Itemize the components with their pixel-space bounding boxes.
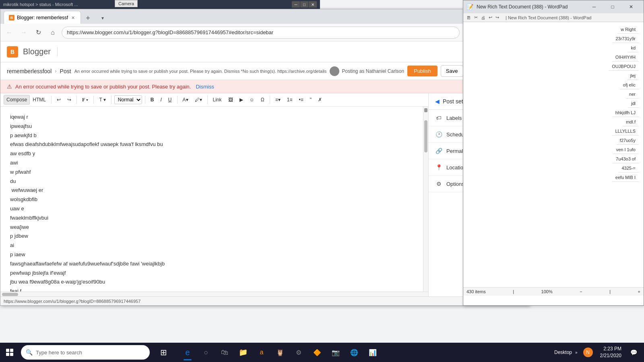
zoom-level: 100% [541,289,553,294]
content-line: wolsgkdbfib [10,195,413,204]
location-icon: 📍 [435,164,442,171]
publish-button[interactable]: Publish [407,66,438,76]
notification-button[interactable]: 💬 [626,345,641,360]
refresh-button[interactable]: ↻ [33,27,44,38]
tab-favicon: B [9,15,14,21]
separator-3 [93,96,94,104]
mikrotik-controls[interactable]: ─ □ ✕ [292,1,317,8]
tab-title: Blogger: rememberlessf [17,15,68,21]
camera-app-button[interactable]: 📷 [327,343,345,361]
special-char-button[interactable]: Ω [258,95,267,104]
back-button[interactable]: ← [4,27,15,38]
folder-app-button[interactable]: 📁 [234,343,252,361]
forward-button[interactable]: → [18,27,29,38]
content-line: fawsghaeaffawfaefefw af waefufu9wuefwauf… [10,260,413,268]
emoji-button[interactable]: ☺ [247,95,257,104]
taskbar-search[interactable]: 🔍 Type here to search [21,345,150,360]
dismiss-link[interactable]: Dismiss [196,84,214,90]
ul-button[interactable]: •≡ [297,95,306,104]
mikrotik-close[interactable]: ✕ [309,1,317,8]
home-button[interactable]: ⌂ [47,27,58,38]
wordpad-minimize[interactable]: ─ [585,0,603,13]
right-col-item: ofj elic [620,81,639,89]
posting-avatar [330,66,339,76]
undo-button[interactable]: ↩ [54,95,63,104]
address-bar: ← → ↻ ⌂ 📖 ★ ☆ ↗ ⋯ [0,24,529,41]
edge-app-button[interactable]: e [179,343,196,361]
app9-button[interactable]: 🌐 [345,343,363,361]
tab-close[interactable]: × [70,14,75,22]
mikrotik-minimize[interactable]: ─ [292,1,300,8]
url-input[interactable] [62,27,460,39]
cortana-app-button[interactable]: ○ [197,343,215,361]
content-line: wea[iwe [10,223,413,232]
save-button[interactable]: Save [441,65,463,77]
notification-manager-icon[interactable]: N [581,345,595,360]
right-col-item: OUJBPOUJ [609,62,639,71]
highlight-button[interactable]: 🖊▾ [192,95,204,104]
editor-content[interactable]: iqewaj r ipweajfsu p aewkjfd b efwas die… [0,107,423,292]
wordpad-window: 📝 New Rich Text Document (388) - WordPad… [463,0,644,306]
cortana-icon: ○ [204,348,208,357]
content-line: feai f [10,287,413,292]
wordpad-maximize[interactable]: □ [603,0,622,13]
desktop-arrow: » [575,350,578,355]
content-line: uaw e [10,205,413,213]
scrollbar-thumb[interactable] [424,120,427,152]
image-button[interactable]: 🖼 [226,95,235,104]
clear-format-button[interactable]: ✗ [316,95,324,104]
separator-2 [76,96,77,104]
align-button[interactable]: ≡▾ [273,95,283,104]
html-button[interactable]: HTML [30,95,48,104]
editor-scrollbar[interactable] [423,107,428,292]
content-line: p iaew [10,251,413,259]
camera-app-icon: 📷 [332,349,340,356]
post-type: Post [60,68,71,74]
taskbar-items: ⊞ [155,343,172,361]
compose-button[interactable]: Compose [4,95,30,105]
labels-label: Labels [446,115,462,121]
h-scrollbar[interactable] [0,292,428,296]
start-icon [6,349,13,356]
font-color-button[interactable]: A▾ [180,95,191,104]
content-line: iqewaj r [10,113,413,121]
task-view-button[interactable]: ⊞ [155,343,172,361]
app10-button[interactable]: 📊 [364,343,382,361]
items-count: 430 items [466,289,486,294]
video-button[interactable]: ▶ [237,95,246,104]
underline-button[interactable]: U [166,95,174,104]
permalink-icon: 🔗 [435,148,442,154]
ol-button[interactable]: 1≡ [285,95,295,104]
new-tab-button[interactable]: + [83,12,94,24]
right-col-item: LLLYLLLS [612,127,639,136]
tab-blogger[interactable]: B Blogger: rememberlessf × [4,11,81,24]
mikrotik-titlebar: mikrotik hotspot > status - Microsoft ..… [0,0,320,9]
tripadvisor-app-button[interactable]: 🦉 [271,343,289,361]
wordpad-close[interactable]: ✕ [622,0,640,13]
font-button[interactable]: 𝐅 ▾ [80,95,91,104]
mikrotik-restore[interactable]: □ [300,1,308,8]
content-line: ipweajfsu [10,122,413,131]
paragraph-style-select[interactable]: Normal [114,95,142,104]
redo-button[interactable]: ↪ [65,95,74,104]
italic-button[interactable]: I [158,95,164,104]
content-line: ai [10,241,413,250]
vlc-app-button[interactable]: 🔶 [308,343,326,361]
app7-button[interactable]: ⚙ [290,343,308,361]
amazon-app-button[interactable]: a [253,343,270,361]
store-app-button[interactable]: 🛍 [216,343,233,361]
task-view-icon: ⊞ [160,348,167,357]
store-icon: 🛍 [221,348,228,357]
posting-as-text: Posting as Nathaniel Carlson [342,68,404,74]
right-col-item: jlej [627,72,639,80]
taskbar-right: Desktop » N 2:23 PM 2/21/2020 💬 [554,345,644,360]
bold-button[interactable]: B [148,95,157,104]
quote-button[interactable]: " [308,95,314,104]
app7-icon: ⚙ [296,349,301,356]
font-size-button[interactable]: T ▾ [97,95,108,104]
start-button[interactable] [0,343,19,362]
taskbar-time: 2:23 PM 2/21/2020 [597,346,625,359]
tab-dropdown[interactable]: ▾ [97,12,108,24]
blogger-app: B Blogger ⠿ N rememberlessfool › Post An… [0,41,529,305]
link-button[interactable]: Link [211,95,224,104]
